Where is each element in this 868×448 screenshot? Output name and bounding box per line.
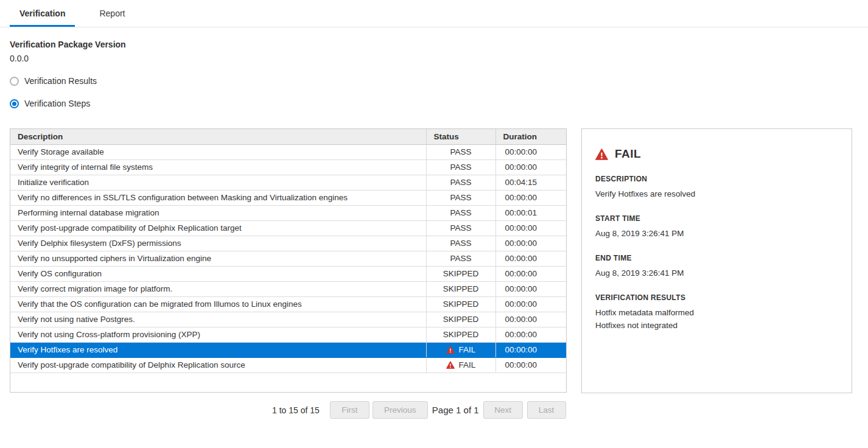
status-text: PASS [450, 254, 471, 263]
step-status-cell[interactable]: PASS [426, 220, 495, 236]
step-description-cell[interactable]: Verify Delphix filesystem (DxFS) permiss… [10, 236, 426, 251]
step-description-cell[interactable]: Verify no differences in SSL/TLS configu… [10, 190, 426, 205]
verification-results-label: VERIFICATION RESULTS [595, 293, 838, 302]
table-row[interactable]: Verify integrity of internal file system… [10, 159, 566, 175]
step-status-cell[interactable]: PASS [426, 175, 495, 190]
table-row[interactable]: Verify not using native Postgres.SKIPPED… [10, 312, 566, 327]
tab-report[interactable]: Report [89, 0, 135, 27]
step-duration-cell[interactable]: 00:00:00 [495, 312, 566, 327]
step-duration-cell[interactable]: 00:04:15 [495, 175, 566, 190]
step-duration-cell[interactable]: 00:00:00 [495, 251, 566, 266]
previous-page-button[interactable]: Previous [373, 401, 428, 419]
status-text: PASS [450, 147, 471, 156]
table-row[interactable]: Initialize verificationPASS00:04:15 [10, 175, 566, 190]
step-status-cell[interactable]: PASS [426, 251, 495, 266]
fail-warning-icon [595, 149, 608, 160]
tab-verification[interactable]: Verification [10, 0, 75, 27]
step-duration-cell[interactable]: 00:00:00 [495, 220, 566, 236]
step-duration-cell[interactable]: 00:00:00 [495, 342, 566, 357]
step-status-cell[interactable]: PASS [426, 236, 495, 251]
column-header-duration[interactable]: Duration [495, 129, 566, 144]
radio-checked-icon[interactable] [10, 99, 19, 108]
table-row[interactable]: Verify no differences in SSL/TLS configu… [10, 190, 566, 205]
table-row[interactable]: Verify Storage availablePASS00:00:00 [10, 144, 566, 159]
step-status-cell[interactable]: SKIPPED [426, 327, 495, 342]
verification-result-line: Hotfix metadata malformed [595, 306, 838, 319]
first-page-button[interactable]: First [330, 401, 369, 419]
step-duration-cell[interactable]: 00:00:00 [495, 357, 566, 373]
description-label: DESCRIPTION [595, 175, 838, 183]
step-description-cell[interactable]: Verify no unsupported ciphers in Virtual… [10, 251, 426, 266]
last-page-button[interactable]: Last [527, 401, 566, 419]
detail-status-heading: FAIL [595, 147, 838, 161]
step-status-cell[interactable]: SKIPPED [426, 266, 495, 281]
table-row[interactable]: Verify correct migration image for platf… [10, 281, 566, 296]
step-duration-cell[interactable]: 00:00:00 [495, 281, 566, 296]
fail-warning-icon [446, 361, 455, 369]
step-description-cell[interactable]: Verify Storage available [10, 144, 426, 159]
step-description-cell[interactable]: Verify that the OS configuration can be … [10, 296, 426, 312]
step-description-cell[interactable]: Verify not using Cross-platform provisio… [10, 327, 426, 342]
step-duration-cell[interactable]: 00:00:00 [495, 327, 566, 342]
radio-unchecked-icon[interactable] [10, 77, 19, 86]
step-description-cell[interactable]: Verify integrity of internal file system… [10, 159, 426, 175]
end-time-value: Aug 8, 2019 3:26:41 PM [595, 267, 838, 279]
table-row[interactable]: Verify Hotfixes are resolved FAIL00:00:0… [10, 342, 566, 357]
status-text: SKIPPED [443, 315, 479, 324]
column-header-description[interactable]: Description [10, 129, 426, 144]
step-duration-cell[interactable]: 00:00:00 [495, 144, 566, 159]
step-detail-panel: FAIL DESCRIPTION Verify Hotfixes are res… [581, 128, 852, 393]
step-status-cell[interactable]: PASS [426, 205, 495, 220]
status-text: PASS [450, 223, 471, 233]
step-description-cell[interactable]: Verify post-upgrade compatibility of Del… [10, 357, 426, 373]
table-row[interactable]: Verify OS configurationSKIPPED00:00:00 [10, 266, 566, 281]
pagination: 1 to 15 of 15 First Previous Page 1 of 1… [272, 401, 858, 419]
tab-bar: Verification Report [0, 0, 868, 27]
next-page-button[interactable]: Next [483, 401, 523, 419]
step-description-cell[interactable]: Initialize verification [10, 175, 426, 190]
status-text: PASS [450, 239, 471, 248]
step-status-cell[interactable]: SKIPPED [426, 312, 495, 327]
radio-verification-steps[interactable]: Verification Steps [10, 99, 858, 108]
step-status-cell[interactable]: FAIL [426, 357, 495, 373]
step-duration-cell[interactable]: 00:00:01 [495, 205, 566, 220]
step-status-cell[interactable]: SKIPPED [426, 281, 495, 296]
status-text: PASS [450, 178, 471, 187]
status-text: SKIPPED [443, 284, 479, 293]
status-text: FAIL [459, 360, 476, 369]
table-row[interactable]: Verify no unsupported ciphers in Virtual… [10, 251, 566, 266]
table-row[interactable]: Verify post-upgrade compatibility of Del… [10, 220, 566, 236]
status-text: SKIPPED [443, 299, 479, 309]
step-status-cell[interactable]: PASS [426, 144, 495, 159]
step-duration-cell[interactable]: 00:00:00 [495, 159, 566, 175]
verification-results-list: Hotfix metadata malformedHotfixes not in… [595, 306, 838, 332]
step-duration-cell[interactable]: 00:00:00 [495, 236, 566, 251]
table-row[interactable]: Verify post-upgrade compatibility of Del… [10, 357, 566, 373]
step-duration-cell[interactable]: 00:00:00 [495, 296, 566, 312]
table-row[interactable]: Verify not using Cross-platform provisio… [10, 327, 566, 342]
column-header-status[interactable]: Status [426, 129, 495, 144]
pagination-range-text: 1 to 15 of 15 [272, 405, 320, 415]
step-description-cell[interactable]: Verify not using native Postgres. [10, 312, 426, 327]
status-text: PASS [450, 163, 471, 172]
step-status-cell[interactable]: PASS [426, 159, 495, 175]
step-duration-cell[interactable]: 00:00:00 [495, 190, 566, 205]
step-description-cell[interactable]: Verify correct migration image for platf… [10, 281, 426, 296]
step-description-cell[interactable]: Verify OS configuration [10, 266, 426, 281]
step-status-cell[interactable]: SKIPPED [426, 296, 495, 312]
step-description-cell[interactable]: Verify post-upgrade compatibility of Del… [10, 220, 426, 236]
table-row[interactable]: Verify that the OS configuration can be … [10, 296, 566, 312]
step-description-cell[interactable]: Verify Hotfixes are resolved [10, 342, 426, 357]
detail-status-text: FAIL [615, 147, 641, 161]
step-status-cell[interactable]: PASS [426, 190, 495, 205]
step-status-cell[interactable]: FAIL [426, 342, 495, 357]
step-duration-cell[interactable]: 00:00:00 [495, 266, 566, 281]
status-text: FAIL [459, 345, 476, 354]
start-time-value: Aug 8, 2019 3:26:41 PM [595, 227, 838, 240]
status-text: PASS [450, 208, 471, 217]
radio-verification-results[interactable]: Verification Results [10, 76, 858, 86]
description-value: Verify Hotfixes are resolved [595, 187, 838, 200]
step-description-cell[interactable]: Performing internal database migration [10, 205, 426, 220]
table-row[interactable]: Verify Delphix filesystem (DxFS) permiss… [10, 236, 566, 251]
table-row[interactable]: Performing internal database migrationPA… [10, 205, 566, 220]
